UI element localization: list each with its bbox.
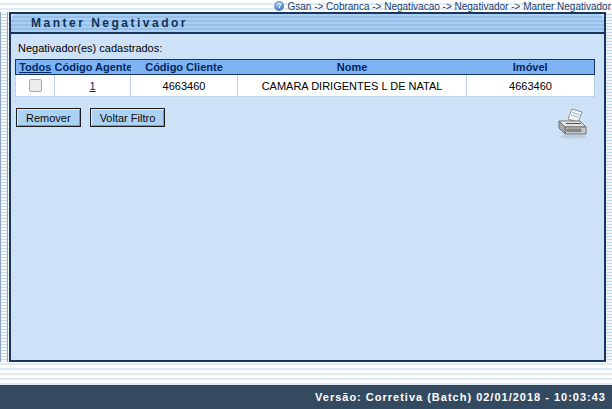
column-header-todos: Todos bbox=[16, 60, 55, 75]
table-row: 1 4663460 CAMARA DIRIGENTES L DE NATAL 4… bbox=[16, 75, 595, 97]
imovel-cell: 4663460 bbox=[467, 75, 595, 97]
remover-button[interactable]: Remover bbox=[16, 108, 81, 127]
status-bar: Versão: Corretiva (Batch) 02/01/2018 - 1… bbox=[0, 385, 612, 409]
codigo-cliente-cell: 4663460 bbox=[131, 75, 238, 97]
left-splitter-handle[interactable] bbox=[0, 12, 8, 362]
breadcrumb: Gsan -> Cobranca -> Negativacao -> Negat… bbox=[287, 1, 611, 12]
panel-titlebar: Manter Negativador bbox=[11, 14, 604, 34]
action-buttons: Remover Voltar Filtro bbox=[16, 108, 604, 127]
version-text: Versão: Corretiva (Batch) 02/01/2018 - 1… bbox=[315, 391, 606, 403]
column-header-codigo-cliente: Código Cliente bbox=[131, 60, 238, 75]
column-header-codigo-agente: Código Agente bbox=[55, 60, 131, 75]
codigo-agente-link[interactable]: 1 bbox=[89, 80, 95, 92]
select-all-link[interactable]: Todos bbox=[19, 61, 51, 73]
column-header-imovel: Imóvel bbox=[467, 60, 595, 75]
codigo-agente-cell: 1 bbox=[55, 75, 131, 97]
nome-cell: CAMARA DIRIGENTES L DE NATAL bbox=[238, 75, 467, 97]
breadcrumb-bar: ? Gsan -> Cobranca -> Negativacao -> Neg… bbox=[0, 0, 612, 12]
page-title: Manter Negativador bbox=[31, 16, 188, 30]
voltar-filtro-button[interactable]: Voltar Filtro bbox=[90, 108, 166, 127]
negativador-table: Todos Código Agente Código Cliente Nome … bbox=[15, 59, 595, 97]
row-select-cell bbox=[16, 75, 55, 97]
table-header-row: Todos Código Agente Código Cliente Nome … bbox=[16, 60, 595, 75]
records-label: Negativador(es) cadastrados: bbox=[18, 42, 604, 54]
column-header-nome: Nome bbox=[238, 60, 467, 75]
printer-icon[interactable] bbox=[551, 108, 591, 140]
help-icon[interactable]: ? bbox=[274, 1, 284, 11]
manter-negativador-panel: Manter Negativador Negativador(es) cadas… bbox=[9, 12, 606, 362]
row-checkbox[interactable] bbox=[29, 79, 42, 92]
